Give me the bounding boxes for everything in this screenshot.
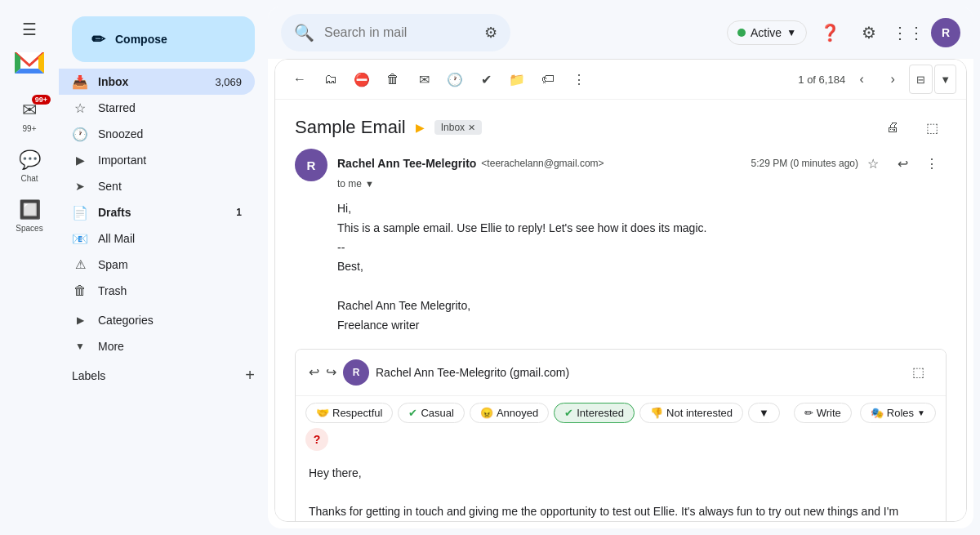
- not-interested-emoji: 👎: [650, 407, 663, 419]
- sidebar-item-mail[interactable]: ✉ 99+ 99+: [5, 93, 54, 140]
- report-spam-button[interactable]: ⛔: [347, 65, 376, 94]
- trash-icon: 🗑: [72, 283, 88, 298]
- search-bar[interactable]: 🔍 ⚙: [281, 14, 510, 51]
- next-email-button[interactable]: ›: [878, 65, 907, 94]
- sender-name: Rachel Ann Tee-Melegrito: [337, 157, 476, 170]
- sidebar-item-trash[interactable]: 🗑 Trash: [59, 278, 255, 304]
- sidebar-item-snoozed[interactable]: 🕐 Snoozed: [59, 121, 255, 147]
- categories-expand-icon: ▶: [72, 314, 88, 326]
- write-chip[interactable]: ✏ Write: [794, 403, 852, 423]
- prev-email-button[interactable]: ‹: [847, 65, 876, 94]
- inbox-tag: Inbox ✕: [434, 120, 482, 135]
- search-icon: 🔍: [294, 23, 314, 42]
- email-body-name: Rachel Ann Tee Melegrito,: [337, 296, 947, 316]
- roles-button[interactable]: 🎭 Roles ▼: [860, 403, 936, 423]
- spam-icon: ⚠: [72, 257, 88, 272]
- reply-body-main: Thanks for getting in touch and giving m…: [309, 502, 933, 522]
- casual-emoji: ✔: [408, 407, 417, 419]
- sent-icon: ➤: [72, 180, 88, 193]
- more-email-actions[interactable]: ⋮: [917, 149, 947, 178]
- sidebar-item-all-mail[interactable]: 📧 All Mail: [59, 225, 255, 252]
- interested-emoji: ✔: [564, 407, 573, 419]
- print-button[interactable]: 🖨: [878, 113, 907, 142]
- to-me-expand-icon[interactable]: ▼: [365, 179, 374, 189]
- reply-to-label: Rachel Ann Tee-Melegrito (gmail.com): [376, 366, 897, 379]
- roles-emoji: 🎭: [871, 407, 884, 419]
- tone-chip-casual[interactable]: ✔ Casual: [398, 403, 464, 423]
- tone-chip-interested[interactable]: ✔ Interested: [554, 403, 635, 423]
- tone-chip-annoyed[interactable]: 😠 Annoyed: [470, 403, 549, 423]
- tone-chip-not-interested[interactable]: 👎 Not interested: [639, 403, 743, 423]
- snoozed-icon: 🕐: [72, 127, 88, 142]
- back-button[interactable]: ←: [285, 65, 314, 94]
- sender-avatar: R: [295, 149, 327, 181]
- reply-maximize-button[interactable]: ⬚: [903, 358, 933, 387]
- sidebar-item-sent[interactable]: ➤ Sent: [59, 173, 255, 199]
- labels-heading: Labels: [72, 369, 105, 382]
- sidebar-item-important[interactable]: ▶ Important: [59, 147, 255, 173]
- compose-edit-icon: ✏: [91, 29, 105, 49]
- labels-button[interactable]: 🏷: [533, 65, 563, 94]
- email-subject: Sample Email: [295, 117, 406, 138]
- sidebar-item-spaces[interactable]: 🔲 Spaces: [5, 193, 54, 239]
- email-body-title: Freelance writer: [337, 316, 947, 336]
- sidebar-item-chat[interactable]: 💬 Chat: [5, 143, 54, 189]
- mark-read-button[interactable]: ✉: [409, 65, 439, 94]
- more-expand-icon: ▼: [72, 341, 88, 352]
- tone-chip-respectful[interactable]: 🤝 Respectful: [305, 403, 393, 423]
- archive-button[interactable]: 🗂: [316, 65, 345, 94]
- email-forward-icon: ▶: [416, 121, 425, 134]
- write-emoji: ✏: [804, 407, 813, 419]
- email-body-best: Best,: [337, 257, 947, 277]
- view-expand-button[interactable]: ▼: [934, 65, 956, 94]
- help-question-button[interactable]: ?: [305, 428, 328, 451]
- sidebar-item-more[interactable]: ▼ More: [59, 333, 255, 359]
- annoyed-emoji: 😠: [480, 407, 493, 419]
- new-window-button[interactable]: ⬚: [917, 113, 947, 142]
- inbox-tag-close[interactable]: ✕: [468, 123, 475, 133]
- apps-button[interactable]: ⋮⋮: [892, 16, 924, 49]
- avatar[interactable]: R: [931, 18, 960, 47]
- email-body-separator: --: [337, 239, 947, 258]
- add-label-icon[interactable]: +: [245, 366, 255, 385]
- add-task-button[interactable]: ✔: [471, 65, 501, 94]
- view-toggle-button[interactable]: ⊟: [909, 65, 933, 94]
- status-chevron-icon: ▼: [786, 27, 796, 38]
- search-filter-icon[interactable]: ⚙: [484, 24, 497, 42]
- important-icon: ▶: [72, 154, 88, 167]
- tone-more-button[interactable]: ▼: [748, 403, 780, 423]
- settings-button[interactable]: ⚙: [853, 16, 885, 49]
- drafts-icon: 📄: [72, 205, 88, 221]
- roles-chevron-icon: ▼: [917, 408, 925, 417]
- sidebar-item-inbox[interactable]: 📥 Inbox 3,069: [59, 69, 255, 95]
- email-body-main: This is a sample email. Use Ellie to rep…: [337, 219, 947, 239]
- hamburger-icon[interactable]: ☰: [13, 13, 46, 46]
- search-input[interactable]: [324, 25, 474, 40]
- starred-icon: ☆: [72, 100, 88, 116]
- tone-more-icon: ▼: [759, 407, 769, 419]
- email-timestamp: 5:29 PM (0 minutes ago): [751, 158, 858, 169]
- reply-back-icon: ↩: [309, 364, 319, 380]
- compose-button[interactable]: ✏ Compose: [72, 16, 255, 62]
- move-to-button[interactable]: 📁: [502, 65, 532, 94]
- reply-avatar: R: [343, 359, 369, 386]
- reply-body-greeting: Hey there,: [309, 464, 933, 484]
- all-mail-icon: 📧: [72, 231, 88, 247]
- gmail-logo: [15, 52, 44, 74]
- status-button[interactable]: Active ▼: [727, 20, 807, 45]
- sidebar-item-spam[interactable]: ⚠ Spam: [59, 252, 255, 278]
- sender-email-display: <teerachelann@gmail.com>: [481, 158, 604, 169]
- pagination-info: 1 of 6,184: [798, 74, 845, 86]
- sidebar-item-categories[interactable]: ▶ Categories: [59, 307, 255, 333]
- more-actions-button[interactable]: ⋮: [564, 65, 594, 94]
- delete-button[interactable]: 🗑: [378, 65, 408, 94]
- snooze-button[interactable]: 🕐: [440, 65, 470, 94]
- reply-forward-icon: ↪: [326, 364, 336, 380]
- reply-quick-button[interactable]: ↩: [888, 149, 917, 178]
- respectful-emoji: 🤝: [316, 407, 329, 419]
- sidebar-item-drafts[interactable]: 📄 Drafts 1: [59, 199, 255, 225]
- sidebar-item-starred[interactable]: ☆ Starred: [59, 95, 255, 121]
- status-dot: [737, 29, 746, 37]
- star-button[interactable]: ☆: [858, 149, 888, 178]
- help-button[interactable]: ❓: [813, 16, 846, 49]
